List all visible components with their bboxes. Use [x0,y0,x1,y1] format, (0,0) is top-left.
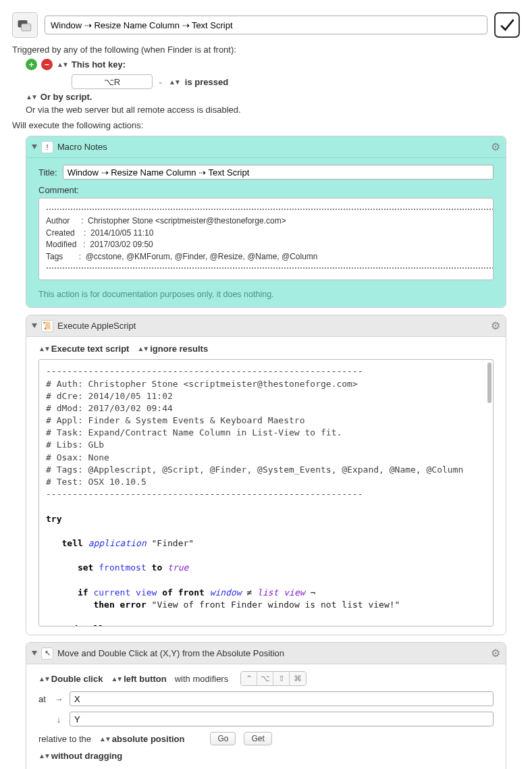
y-input[interactable] [70,712,494,726]
gear-icon[interactable]: ⚙ [491,319,500,332]
title-label: Title: [38,167,57,178]
result-mode-menu[interactable]: ▲▼ ignore results [137,344,208,354]
sort-icon[interactable]: ▲▼ [169,78,180,86]
trigger-hotkey-label: This hot key: [72,59,126,70]
comment-label: Comment: [38,185,494,195]
pressed-label: is pressed [185,77,228,87]
x-input[interactable] [70,691,494,706]
action-title: Move and Double Click at (X,Y) from the … [57,648,284,658]
disclose-icon[interactable] [32,144,37,149]
relative-label: relative to the [38,734,91,744]
comment-textarea[interactable]: ⋯⋯⋯⋯⋯⋯⋯⋯⋯⋯⋯⋯⋯⋯⋯⋯⋯⋯⋯⋯⋯⋯⋯⋯⋯⋯⋯⋯⋯⋯⋯⋯⋯⋯⋯⋯⋯⋯⋯⋯… [38,198,494,280]
add-trigger-button[interactable]: + [26,59,37,70]
macro-name-input[interactable] [45,16,487,34]
cursor-icon: ↖ [41,647,53,660]
exec-mode-menu[interactable]: ▲▼ Execute text script [38,344,129,354]
doc-note: This action is for documentation purpose… [38,290,494,299]
action-macro-notes: ! Macro Notes ⚙ Title: Comment: ⋯⋯⋯⋯⋯⋯⋯⋯… [26,136,506,308]
action-title: Execute AppleScript [57,321,136,331]
action-applescript: 📜 Execute AppleScript ⚙ ▲▼ Execute text … [26,315,506,635]
exec-intro: Will execute the following actions: [12,120,520,130]
relative-menu[interactable]: ▲▼ absolute position [99,734,184,744]
right-arrow-icon: → [53,694,64,704]
drag-menu[interactable]: ▲▼ without dragging [38,751,122,761]
with-mods-label: with modifiers [175,674,228,684]
mod-ctrl-toggle[interactable]: ⌃ [241,672,257,685]
svg-rect-1 [22,24,31,31]
action-click: ↖ Move and Double Click at (X,Y) from th… [26,642,506,769]
script-icon: 📜 [41,320,53,332]
scrollbar[interactable] [487,363,491,403]
or-script-label: Or by script. [41,92,92,102]
click-type-menu[interactable]: ▲▼ Double click [38,674,103,684]
or-web-label: Or via the web server but all remote acc… [26,105,520,115]
gear-icon[interactable]: ⚙ [491,140,500,153]
down-arrow-icon: ↓ [53,714,64,724]
mod-shift-toggle[interactable]: ⇧ [273,672,290,685]
mod-cmd-toggle[interactable]: ⌘ [290,672,306,685]
enable-toggle[interactable] [494,12,520,38]
go-button[interactable]: Go [210,732,236,745]
notes-title-input[interactable] [63,165,494,180]
sort-icon[interactable]: ▲▼ [26,93,36,101]
disclose-icon[interactable] [32,651,37,656]
script-text-area[interactable]: ----------------------------------------… [38,359,494,627]
at-label: at [38,694,48,704]
mod-opt-toggle[interactable]: ⌥ [257,672,273,685]
trigger-intro: Triggered by any of the following (when … [12,45,520,55]
button-menu[interactable]: ▲▼ left button [111,674,166,684]
gear-icon[interactable]: ⚙ [491,647,500,660]
remove-trigger-button[interactable]: − [41,59,53,70]
get-button[interactable]: Get [244,732,271,745]
hotkey-field[interactable]: ⌥R [72,74,153,89]
hotkey-menu-icon[interactable]: ⌄ [158,78,163,85]
notes-icon: ! [41,141,53,153]
sort-icon[interactable]: ▲▼ [57,61,68,68]
disclose-icon[interactable] [32,323,37,328]
macro-icon [12,12,38,38]
action-title: Macro Notes [57,142,107,152]
